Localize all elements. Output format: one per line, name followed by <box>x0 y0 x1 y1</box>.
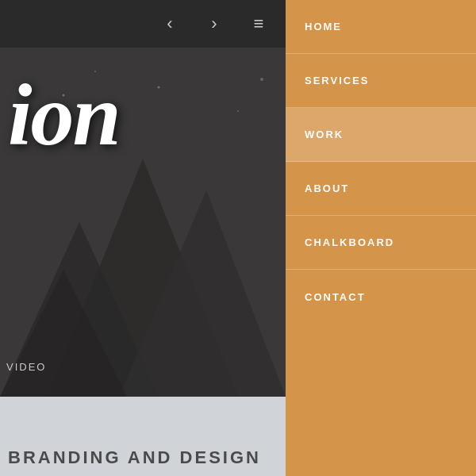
hero-section: ion VIDEO <box>0 48 286 397</box>
sidebar-item-chalkboard[interactable]: CHALKBOARD <box>286 216 476 270</box>
svg-point-8 <box>237 110 239 112</box>
branding-text: BRANDING AND DESIGN <box>8 447 261 468</box>
video-label: VIDEO <box>6 361 46 373</box>
sidebar-nav: HOME SERVICES WORK ABOUT CHALKBOARD CONT… <box>286 0 476 476</box>
svg-point-10 <box>260 78 263 81</box>
hero-title: ion <box>8 71 120 159</box>
work-label: WORK <box>305 129 344 140</box>
menu-button[interactable]: ≡ <box>244 10 273 38</box>
sidebar-item-home[interactable]: HOME <box>286 0 476 54</box>
top-nav-bar: ‹ › ≡ <box>0 0 286 48</box>
next-button[interactable]: › <box>200 10 228 38</box>
home-label: HOME <box>305 21 342 33</box>
services-label: SERVICES <box>305 75 370 86</box>
chalkboard-label: CHALKBOARD <box>305 236 394 248</box>
about-label: ABOUT <box>305 182 349 194</box>
sidebar-item-contact[interactable]: CONTACT <box>286 270 476 324</box>
svg-point-7 <box>158 86 160 89</box>
sidebar-item-work[interactable]: WORK <box>286 108 476 162</box>
contact-label: CONTACT <box>305 291 366 303</box>
sidebar-item-services[interactable]: SERVICES <box>286 54 476 108</box>
bottom-strip: BRANDING AND DESIGN <box>0 397 286 476</box>
hero-background: ion VIDEO <box>0 48 286 397</box>
sidebar-item-about[interactable]: ABOUT <box>286 162 476 216</box>
prev-button[interactable]: ‹ <box>155 10 184 38</box>
